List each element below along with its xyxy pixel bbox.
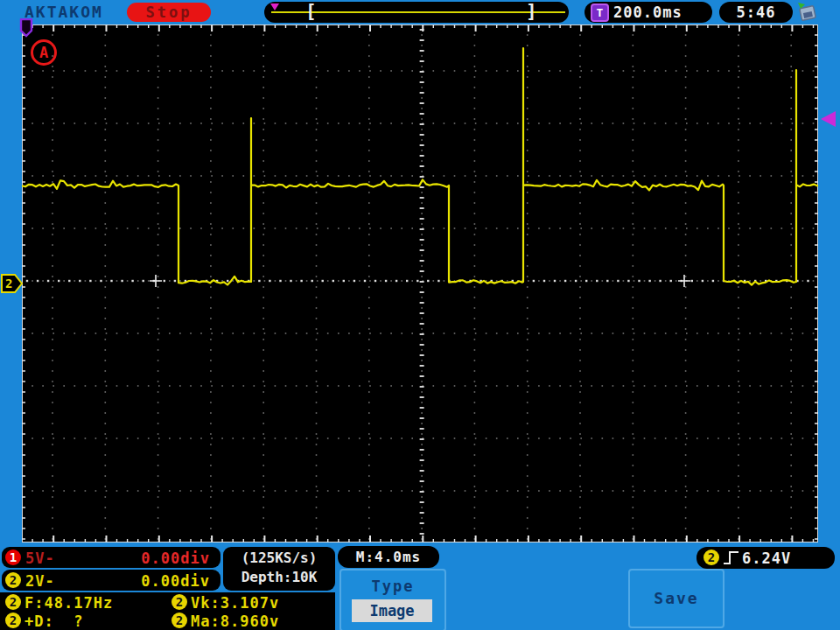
oscilloscope-screen: AKTAKOM Stop [ ] T 200.0ms 5:46 A 2 1 [0, 0, 840, 630]
measure-badge: 2 [5, 612, 21, 628]
trigger-level-readout: 2 6.24V [696, 547, 835, 569]
measure-max: Ma:8.960v [191, 612, 279, 630]
channel1-scale: 5V- [25, 550, 55, 567]
measure-badge: 2 [5, 594, 21, 610]
measure-vk: Vk:3.107v [191, 594, 279, 612]
type-softkey-label: Type [341, 578, 444, 595]
channel2-position-marker[interactable]: 2 [1, 273, 23, 294]
type-value-chip[interactable]: Image [352, 599, 432, 622]
channel2-readout: 2 2V- 0.00div [2, 570, 220, 591]
measure-badge: 2 [172, 612, 187, 628]
clock: 5:46 [719, 2, 793, 23]
measurements-panel: 2 F:48.17Hz 2 Vk:3.107v 2 +D: ? 2 Ma:8.9… [0, 592, 335, 630]
sample-rate: (125KS/s) [223, 550, 335, 566]
graticule-and-trace [22, 24, 818, 542]
channel1-offset: 0.00div [141, 550, 210, 567]
channel1-badge: 1 [5, 550, 21, 565]
type-softkey-button[interactable]: Type Image [340, 569, 446, 630]
channel1-readout: 1 5V- 0.00div [2, 547, 220, 568]
trigger-level-marker[interactable] [819, 110, 836, 128]
brand-logo: AKTAKOM [24, 3, 103, 21]
rising-edge-icon [723, 550, 740, 565]
trigger-position-flag-icon [270, 3, 280, 11]
trigger-offscreen-marker-icon [19, 18, 33, 38]
timebase-readout: M:4.0ms [338, 546, 439, 568]
svg-text:2: 2 [5, 276, 12, 290]
window-bracket-left: [ [305, 1, 317, 22]
horizontal-position-bar[interactable]: [ ] [264, 2, 569, 23]
measure-frequency: F:48.17Hz [24, 594, 113, 612]
trigger-mode-indicator: A [31, 39, 57, 66]
usb-storage-icon [794, 2, 819, 23]
memory-depth: Depth:10K [223, 569, 335, 585]
channel2-offset: 0.00div [141, 572, 210, 590]
trigger-icon: T [591, 4, 609, 22]
trigger-source-badge: 2 [704, 550, 719, 565]
trigger-time-readout: T 200.0ms [584, 2, 712, 23]
trigger-time-value: 200.0ms [613, 4, 682, 21]
measure-badge: 2 [172, 594, 187, 610]
waveform-display: A [22, 24, 818, 542]
measure-duty: +D: ? [24, 612, 83, 630]
trigger-level-value: 6.24V [742, 550, 791, 567]
run-state-button[interactable]: Stop [127, 3, 211, 22]
acquisition-readout: (125KS/s) Depth:10K [223, 547, 335, 591]
channel2-scale: 2V- [25, 572, 55, 590]
window-bracket-right: ] [526, 1, 537, 22]
channel2-badge: 2 [5, 572, 21, 588]
save-softkey-button[interactable]: Save [628, 569, 724, 628]
